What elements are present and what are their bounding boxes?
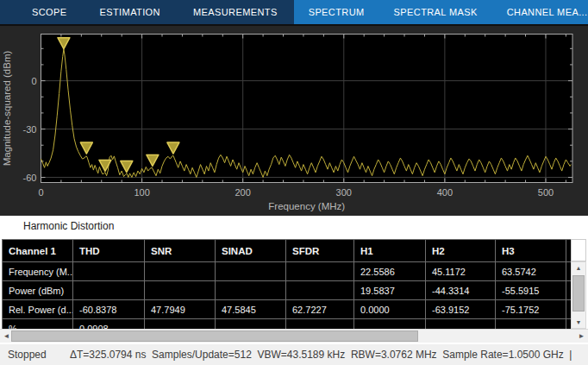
cell: -75.1752 (496, 300, 566, 319)
row-label: Frequency (M... (3, 262, 73, 281)
cell (286, 281, 354, 300)
cell: -44.3314 (426, 281, 496, 300)
y-tick-label: 0 (31, 76, 36, 86)
x-tick-label: 400 (437, 187, 453, 198)
spectrum-plot-region: 01002003004005000-30-60Frequency (MHz)Ma… (0, 24, 588, 216)
tab-measurements[interactable]: MEASUREMENTS (177, 0, 294, 24)
harmonic-table: Channel 1 THD SNR SINAD SFDR H1 H2 H3 H4… (2, 239, 571, 329)
tab-spectral-mask[interactable]: SPECTRAL MASK (379, 0, 492, 24)
cell: 62.7227 (286, 300, 354, 319)
scrollbar-corner (571, 239, 586, 261)
status-state: Stopped (8, 349, 70, 361)
cell (354, 319, 426, 330)
table-row-power: Power (dBm) 19.5837 -44.3314 -55.5915 - (3, 281, 572, 300)
cell (286, 319, 354, 330)
tab-channel-measurements[interactable]: CHANNEL MEA... (492, 0, 588, 24)
table-header-row: Channel 1 THD SNR SINAD SFDR H1 H2 H3 H4 (3, 240, 572, 262)
cell: 47.5845 (216, 300, 286, 319)
col-header-snr: SNR (145, 240, 216, 262)
status-bar: Stopped ΔT=325.0794 ns Samples/Update=51… (0, 343, 588, 365)
table-row-rel-power: Rel. Power (d... -60.8378 47.7949 47.584… (3, 300, 572, 319)
horizontal-scrollbar-thumb[interactable] (11, 330, 418, 342)
plot-background (41, 35, 573, 183)
tab-estimation[interactable]: ESTIMATION (84, 0, 177, 24)
col-header-sinad: SINAD (216, 240, 286, 262)
spectrum-plot[interactable]: 01002003004005000-30-60Frequency (MHz)Ma… (0, 26, 588, 216)
cell (496, 319, 566, 330)
col-header-h1: H1 (354, 240, 426, 262)
tab-spectrum[interactable]: SPECTRUM (294, 0, 379, 24)
row-label: Rel. Power (d... (3, 300, 73, 319)
x-tick-label: 200 (235, 187, 251, 198)
x-tick-label: 500 (538, 187, 554, 198)
cell: 45.1172 (426, 262, 496, 281)
y-axis-label: Magnitude-squared (dBm) (2, 51, 12, 167)
measurement-panel: Harmonic Distortion Channel 1 THD SNR SI… (0, 216, 588, 343)
cell: 22.5586 (354, 262, 426, 281)
tabgroup-main: SCOPE ESTIMATION MEASUREMENTS (16, 0, 294, 24)
row-label: % (3, 319, 73, 330)
col-header-h3: H3 (496, 240, 566, 262)
cell: 0.0908 (73, 319, 145, 330)
vertical-scrollbar-thumb[interactable] (572, 275, 585, 312)
cell (145, 281, 216, 300)
x-tick-label: 0 (38, 187, 43, 198)
row-label: Power (dBm) (3, 281, 73, 300)
cell (145, 262, 216, 281)
vertical-scrollbar[interactable]: ▲ ▼ (571, 261, 586, 329)
scroll-down-arrow-icon[interactable]: ▼ (572, 317, 585, 328)
cell (145, 319, 216, 330)
scroll-right-arrow-icon[interactable]: ► (576, 330, 587, 343)
cell: 19.5837 (354, 281, 426, 300)
x-axis-label: Frequency (MHz) (268, 201, 345, 211)
cell: -63.9152 (426, 300, 496, 319)
harmonic-table-wrapper: Channel 1 THD SNR SINAD SFDR H1 H2 H3 H4… (2, 239, 571, 329)
col-header-h2: H2 (426, 240, 496, 262)
cell (426, 319, 496, 330)
col-header-sfdr: SFDR (286, 240, 354, 262)
y-tick-label: -30 (23, 124, 37, 135)
cell: -55.5915 (496, 281, 566, 300)
spectrum-analyzer-window: SCOPE ESTIMATION MEASUREMENTS SPECTRUM S… (0, 0, 588, 365)
cell (216, 262, 286, 281)
cell (216, 281, 286, 300)
horizontal-scrollbar[interactable]: ◄ ► (0, 329, 588, 343)
cell: 47.7949 (145, 300, 216, 319)
tab-scope[interactable]: SCOPE (16, 0, 84, 24)
x-tick-label: 100 (134, 187, 149, 198)
status-info: ΔT=325.0794 ns Samples/Update=512 VBW=43… (70, 349, 572, 361)
cell (73, 281, 145, 300)
panel-title: Harmonic Distortion (23, 220, 114, 232)
cell: -60.8378 (73, 300, 145, 319)
cell (286, 262, 354, 281)
col-header-channel: Channel 1 (3, 240, 73, 262)
cell: 0.0000 (354, 300, 426, 319)
cell (216, 319, 286, 330)
y-tick-label: -60 (23, 173, 37, 183)
table-row-percent: % 0.0908 (3, 319, 572, 330)
tabgroup-contextual: SPECTRUM SPECTRAL MASK CHANNEL MEA... (294, 0, 588, 24)
table-row-frequency: Frequency (M... 22.5586 45.1172 63.5742 … (3, 262, 572, 281)
col-header-thd: THD (73, 240, 145, 262)
toolstrip-tabbar: SCOPE ESTIMATION MEASUREMENTS SPECTRUM S… (0, 0, 588, 24)
cell: 63.5742 (496, 262, 566, 281)
scroll-up-arrow-icon[interactable]: ▲ (572, 262, 585, 274)
cell (73, 262, 145, 281)
x-tick-label: 300 (336, 187, 352, 198)
